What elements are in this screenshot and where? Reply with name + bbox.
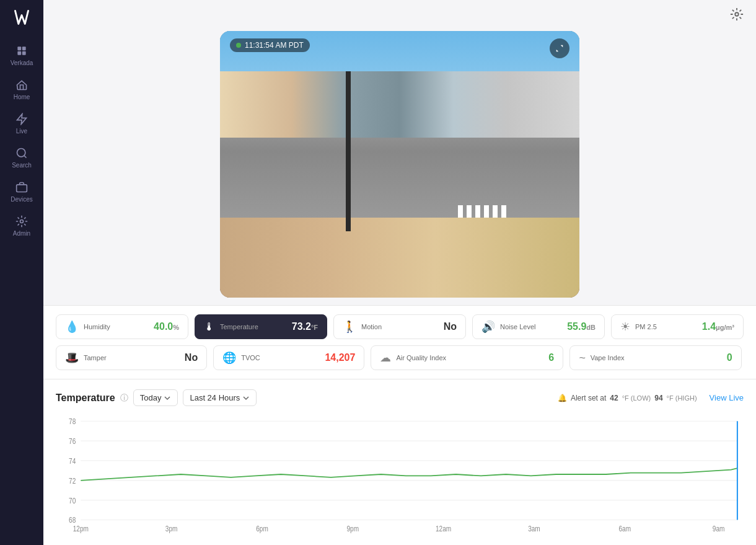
range-dropdown[interactable]: Last 24 Hours [183,389,257,406]
motion-icon: 🚶 [343,320,356,334]
chart-info-icon[interactable]: ⓘ [120,392,128,404]
y-label-70: 70 [69,497,76,505]
alert-low-unit: °F (LOW) [622,394,651,402]
chart-panel: Temperature ⓘ Today Last 24 Hours 🔔 Aler… [43,379,756,545]
tamper-value: No [185,352,198,363]
sidebar-item-label: Search [12,162,32,169]
svg-point-7 [20,220,24,223]
live-icon [15,113,28,125]
x-label-12am: 12am [436,525,451,533]
main-content: 11:31:54 AM PDT 💧 Humidity 40.0% 🌡 Tempe [43,0,756,545]
search-icon [15,147,28,159]
sidebar-item-home[interactable]: Home [0,73,43,107]
camera-timestamp-overlay: 11:31:54 AM PDT [230,38,310,52]
sensor-row-1: 💧 Humidity 40.0% 🌡 Temperature 73.2°F 🚶 … [56,314,744,339]
temperature-label: Temperature [220,323,258,330]
vape-icon: ~ [579,352,586,365]
x-label-3am: 3am [528,525,540,533]
svg-marker-4 [17,114,27,125]
svg-rect-1 [22,47,26,50]
camera-image [220,31,579,298]
vape-label: Vape Index [591,354,625,361]
svg-rect-3 [22,51,26,55]
sensor-tvoc[interactable]: 🌐 TVOC 14,207 [213,345,364,370]
alert-bell-icon: 🔔 [558,394,567,402]
road-bg [220,151,579,218]
sensor-tamper[interactable]: 🎩 Tamper No [56,345,207,370]
alert-high-value: 94 [654,394,662,402]
sensor-panel: 💧 Humidity 40.0% 🌡 Temperature 73.2°F 🚶 … [43,305,756,379]
temperature-chart: 78 76 74 72 70 68 12pm 3pm 6pm 9pm 12am … [56,414,744,535]
vape-value: 0 [727,352,732,363]
tvoc-icon: 🌐 [222,351,236,365]
sidebar-item-search[interactable]: Search [0,141,43,175]
alert-label: Alert set at [571,394,606,402]
buildings-bg [220,71,579,138]
chart-alert: 🔔 Alert set at 42 °F (LOW) 94 °F (HIGH) [558,394,697,402]
sidebar-item-devices[interactable]: Devices [0,175,43,209]
svg-rect-6 [17,185,27,192]
noise-value: 55.9dB [567,321,596,332]
admin-icon [15,215,28,228]
camera-timestamp: 11:31:54 AM PDT [245,41,304,50]
svg-rect-2 [17,51,21,55]
settings-button[interactable] [730,7,744,24]
pole-element [346,71,351,231]
chevron-down-icon [242,394,250,402]
x-label-12pm: 12pm [73,525,89,533]
sidebar-item-label: Live [16,128,27,135]
alert-high-unit: °F (HIGH) [667,394,697,402]
tamper-icon: 🎩 [65,351,79,365]
sidebar-item-live[interactable]: Live [0,107,43,141]
noise-icon: 🔊 [481,320,495,334]
svg-point-8 [735,12,739,16]
chart-svg-container: 78 76 74 72 70 68 12pm 3pm 6pm 9pm 12am … [56,414,744,535]
camera-fullscreen-button[interactable] [550,38,569,58]
y-label-76: 76 [69,437,76,445]
x-label-6pm: 6pm [256,525,268,533]
today-dropdown[interactable]: Today [133,389,178,406]
x-label-3pm: 3pm [165,525,178,533]
y-label-78: 78 [69,417,76,425]
y-label-74: 74 [69,457,76,465]
sensor-row-2: 🎩 Tamper No 🌐 TVOC 14,207 ☁ Air Quality … [56,345,744,370]
building-icon [15,45,28,57]
pm25-label: PM 2.5 [635,323,657,330]
svg-point-5 [17,149,25,157]
sensor-vape[interactable]: ~ Vape Index 0 [569,345,742,370]
tvoc-label: TVOC [241,354,260,361]
humidity-value: 40.0% [154,321,179,332]
sidewalk-bg [220,218,579,298]
pm25-icon: ☀ [620,320,630,334]
sensor-pm25[interactable]: ☀ PM 2.5 1.4μg/m³ [611,314,744,339]
sidebar: Verkada Home Live Search Devices Admin [0,0,43,545]
chevron-down-icon [164,394,171,402]
chart-header: Temperature ⓘ Today Last 24 Hours 🔔 Aler… [56,389,744,406]
devices-icon [15,181,28,193]
sensor-noise[interactable]: 🔊 Noise Level 55.9dB [472,314,605,339]
sensor-temperature[interactable]: 🌡 Temperature 73.2°F [195,314,327,339]
sensor-humidity[interactable]: 💧 Humidity 40.0% [56,314,188,339]
x-label-9am: 9am [713,525,725,533]
sidebar-item-verkada[interactable]: Verkada [0,38,43,73]
live-indicator [236,43,241,48]
sidebar-item-label: Home [14,94,30,100]
noise-label: Noise Level [500,323,535,330]
airquality-value: 6 [548,352,554,363]
motion-value: No [444,321,457,332]
temperature-icon: 🌡 [204,321,215,334]
sidebar-item-label: Verkada [11,60,33,66]
x-label-9pm: 9pm [347,525,359,533]
tamper-label: Tamper [84,354,107,361]
sidebar-item-admin[interactable]: Admin [0,209,43,243]
sensor-motion[interactable]: 🚶 Motion No [333,314,466,339]
sensor-airquality[interactable]: ☁ Air Quality Index 6 [371,345,563,370]
sidebar-item-label: Devices [11,196,33,203]
pm25-value: 1.4μg/m³ [702,321,734,332]
sidebar-logo [11,6,33,29]
camera-frame: 11:31:54 AM PDT [220,31,579,298]
topbar [43,0,756,31]
view-live-button[interactable]: View Live [710,393,744,402]
expand-icon [555,44,564,53]
camera-container: 11:31:54 AM PDT [43,31,756,305]
